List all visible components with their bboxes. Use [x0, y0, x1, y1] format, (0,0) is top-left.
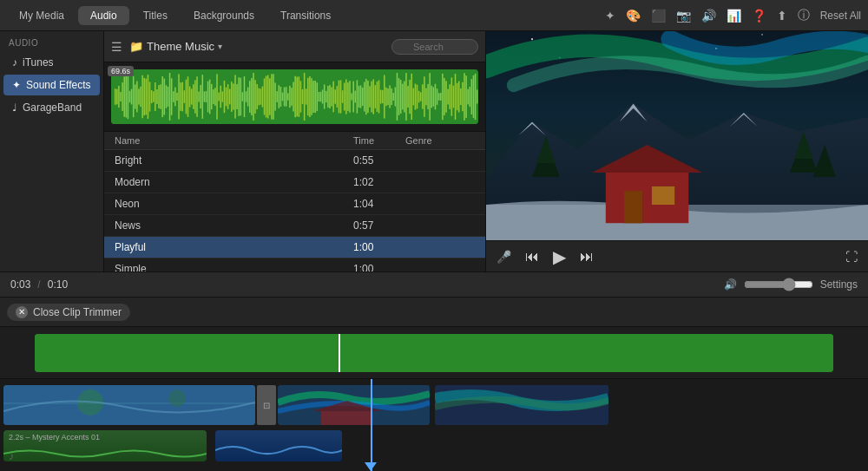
svg-rect-87: [269, 78, 270, 114]
volume-area: 🔊 Settings: [724, 278, 858, 291]
video-clip-aurora2: [435, 385, 608, 425]
svg-rect-84: [264, 78, 265, 114]
volume-slider[interactable]: [744, 278, 813, 291]
list-row-simple[interactable]: Simple 1:00: [104, 258, 485, 271]
svg-rect-149: [382, 90, 383, 103]
collapse-button[interactable]: ☰: [111, 40, 122, 54]
svg-rect-106: [304, 73, 305, 121]
waveform-display: // Will be generated by JS below: [104, 62, 485, 131]
svg-rect-64: [227, 84, 228, 109]
sidebar: AUDIO ♪ iTunes ✦ Sound Effects ♩ GarageB…: [0, 31, 104, 271]
svg-rect-28: [161, 76, 162, 117]
skip-forward-button[interactable]: ⏭: [580, 249, 594, 265]
tab-backgrounds[interactable]: Backgrounds: [181, 6, 266, 25]
color-icon[interactable]: 🎨: [626, 9, 641, 23]
reset-all-button[interactable]: Reset All: [820, 10, 861, 22]
svg-rect-2: [115, 88, 115, 105]
svg-rect-27: [160, 84, 161, 109]
close-clip-trimmer-button[interactable]: ✕ Close Clip Trimmer: [7, 304, 130, 321]
svg-rect-200: [475, 74, 476, 120]
audio-waveform: [3, 446, 207, 461]
preview-panel: 🎤 ⏮ ▶ ⏭ ⛶: [486, 31, 868, 271]
play-button[interactable]: ▶: [553, 246, 566, 267]
fullscreen-button[interactable]: ⛶: [845, 250, 858, 264]
chart-icon[interactable]: 📊: [727, 9, 741, 23]
svg-rect-42: [187, 76, 188, 117]
svg-rect-52: [206, 91, 207, 102]
share-icon[interactable]: ⬆: [777, 9, 787, 23]
folder-label: 📁 Theme Music ▾: [129, 40, 385, 53]
svg-rect-102: [296, 77, 297, 117]
audio-clip-blue: [215, 430, 342, 461]
svg-point-203: [531, 38, 533, 40]
microphone-button[interactable]: 🎤: [496, 250, 511, 264]
svg-rect-92: [279, 85, 279, 108]
svg-rect-54: [209, 80, 210, 114]
enhance-icon[interactable]: ✦: [605, 9, 615, 23]
svg-rect-120: [329, 85, 330, 108]
list-row-playful[interactable]: Playful 1:00: [104, 237, 485, 258]
svg-rect-162: [405, 73, 406, 121]
help-icon[interactable]: ❓: [752, 9, 766, 23]
sidebar-item-garageband[interactable]: ♩ GarageBand: [3, 97, 100, 118]
svg-rect-124: [337, 86, 338, 108]
svg-rect-113: [317, 82, 318, 111]
tab-my-media[interactable]: My Media: [7, 6, 76, 25]
info-icon[interactable]: ⓘ: [798, 8, 810, 23]
trimmer-track: [0, 327, 868, 379]
tab-titles[interactable]: Titles: [131, 6, 180, 25]
timeline-area: ✕ Close Clip Trimmer: [0, 298, 868, 471]
svg-rect-47: [196, 76, 197, 117]
browser-header: ☰ 📁 Theme Music ▾ 🔍: [104, 31, 485, 62]
svg-rect-197: [470, 87, 470, 107]
aurora-thumbnail-2: [435, 385, 608, 425]
list-row-modern[interactable]: Modern 1:02: [104, 172, 485, 193]
item-genre: [405, 154, 475, 167]
sidebar-item-label-garageband: GarageBand: [23, 101, 82, 114]
total-time: 0:10: [48, 278, 68, 291]
sidebar-item-itunes[interactable]: ♪ iTunes: [3, 52, 100, 73]
tab-audio[interactable]: Audio: [78, 6, 129, 25]
svg-rect-7: [123, 76, 124, 116]
svg-rect-45: [193, 84, 194, 109]
preview-video: [486, 31, 868, 240]
list-row-bright[interactable]: Bright 0:55: [104, 150, 485, 172]
tab-group: My Media Audio Titles Backgrounds Transi…: [7, 6, 343, 25]
svg-rect-152: [387, 88, 388, 105]
item-time: 1:00: [353, 241, 405, 253]
svg-rect-110: [311, 78, 312, 115]
svg-rect-167: [415, 83, 416, 109]
item-genre: [405, 198, 475, 210]
col-header-genre: Genre: [405, 135, 475, 146]
svg-rect-215: [652, 186, 675, 205]
garageband-icon: ♩: [12, 101, 17, 114]
list-row-news[interactable]: News 0:57: [104, 215, 485, 237]
svg-rect-36: [176, 93, 177, 101]
skip-back-button[interactable]: ⏮: [525, 249, 539, 265]
camera-icon[interactable]: 📷: [676, 9, 691, 23]
svg-rect-196: [467, 89, 468, 105]
svg-rect-228: [321, 411, 373, 425]
aurora-scene: [486, 31, 868, 240]
main-video-track: ⊡: [0, 383, 868, 428]
time-badge: 69.6s: [108, 66, 134, 76]
list-row-neon[interactable]: Neon 1:04: [104, 193, 485, 215]
svg-rect-172: [424, 76, 424, 117]
svg-rect-94: [282, 93, 283, 101]
audio-waveform-blue: [215, 440, 342, 461]
svg-rect-63: [226, 88, 227, 106]
search-input[interactable]: [391, 39, 478, 55]
crop-icon[interactable]: ⬛: [651, 9, 666, 23]
svg-rect-100: [293, 82, 293, 112]
sidebar-item-sound-effects[interactable]: ✦ Sound Effects: [3, 75, 100, 95]
waveform-area: 69.6s // Will be generated by JS below: [104, 62, 485, 132]
audio-icon[interactable]: 🔊: [701, 9, 716, 23]
item-name: Neon: [115, 198, 353, 210]
svg-rect-51: [204, 91, 205, 101]
tab-transitions[interactable]: Transitions: [268, 6, 343, 25]
svg-rect-46: [194, 80, 195, 113]
svg-rect-73: [244, 76, 245, 117]
svg-rect-81: [258, 88, 259, 106]
svg-rect-143: [371, 82, 372, 113]
item-genre: [405, 263, 475, 271]
